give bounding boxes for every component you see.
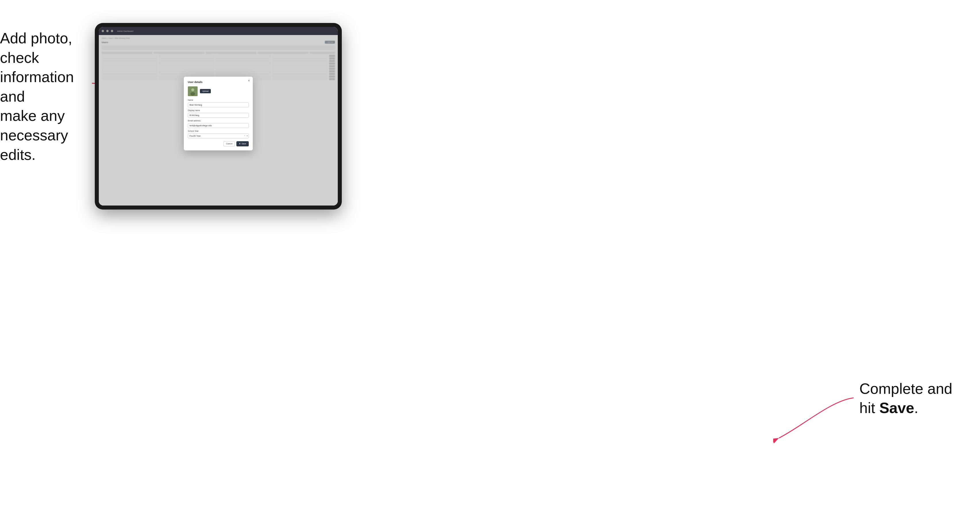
modal-overlay: × User details — [99, 27, 338, 206]
arrow-right — [773, 392, 859, 444]
display-name-input[interactable] — [188, 113, 249, 118]
chevron-down-icon[interactable]: ▾ — [247, 134, 248, 137]
school-year-field-group: School Year × ▾ — [188, 130, 249, 138]
display-name-label: Display name — [188, 110, 249, 111]
school-year-label: School Year — [188, 130, 249, 132]
modal-title: User details — [188, 81, 249, 84]
svg-point-4 — [191, 92, 195, 95]
save-icon: ⬆ — [239, 143, 241, 145]
user-photo-thumbnail — [188, 86, 197, 96]
modal-footer: Cancel ⬆ Save — [188, 141, 249, 146]
tablet-screen: Admin Dashboard Admin > Users > Blair Mc… — [99, 27, 338, 206]
user-details-modal: × User details — [184, 77, 253, 151]
avatar-svg — [188, 86, 197, 96]
photo-upload-row: Upload — [188, 86, 249, 96]
school-year-wrapper: × ▾ — [188, 133, 249, 138]
school-year-clear-icon[interactable]: × — [244, 134, 245, 137]
svg-rect-5 — [189, 92, 196, 92]
name-field-group: Name — [188, 99, 249, 107]
save-button[interactable]: ⬆ Save — [236, 141, 249, 146]
email-label: Email address — [188, 120, 249, 122]
email-field-group: Email address — [188, 120, 249, 128]
annotation-left: Add photo, check information and make an… — [0, 29, 92, 165]
upload-photo-button[interactable]: Upload — [200, 89, 211, 93]
school-year-input[interactable] — [188, 133, 249, 138]
close-icon[interactable]: × — [248, 79, 250, 83]
cancel-button[interactable]: Cancel — [223, 141, 235, 146]
save-button-label: Save — [242, 143, 246, 144]
name-input[interactable] — [188, 103, 249, 107]
tablet-device: Admin Dashboard Admin > Users > Blair Mc… — [95, 23, 342, 210]
name-label: Name — [188, 99, 249, 101]
email-input[interactable] — [188, 123, 249, 128]
display-name-field-group: Display name — [188, 110, 249, 118]
annotation-right: Complete and hit Save. — [859, 379, 963, 418]
svg-point-3 — [191, 89, 194, 91]
